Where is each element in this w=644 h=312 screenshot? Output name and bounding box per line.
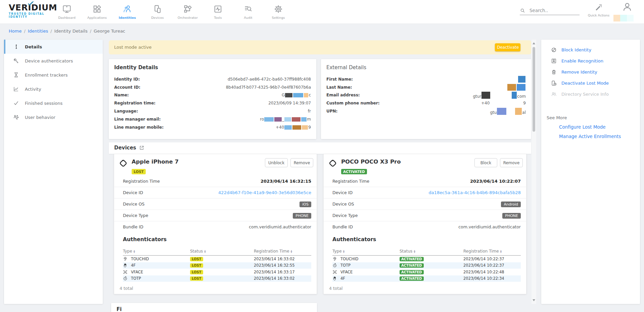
bundle-id-value: com.veridiumid.authenticator	[458, 224, 521, 229]
unblock-device-button[interactable]: Unblock	[265, 158, 288, 167]
identity-row: Identity ID:d506ebd7-ae86-472c-ba60-37ff…	[109, 75, 316, 83]
tab-finished-sessions[interactable]: Finished sessions	[4, 96, 103, 110]
external-row: UPN:gtual	[321, 107, 531, 115]
scrollbar-thumb[interactable]	[533, 47, 535, 132]
device-diamond-icon	[328, 158, 338, 168]
quick-actions-button[interactable]: Quick Actions	[588, 3, 609, 17]
column-header-status[interactable]: Status▲▼	[190, 249, 254, 254]
external-row: Last Name:	[321, 83, 531, 91]
sort-icon: ▲▼	[343, 250, 345, 253]
search-input[interactable]	[529, 7, 574, 13]
tab-user-behavior[interactable]: User behavior	[4, 110, 103, 124]
nav-item-settings[interactable]: Settings	[263, 0, 293, 24]
remove-device-button[interactable]: Remove	[500, 158, 523, 167]
device-registration-time: 2023/06/14 16:32:15	[261, 179, 311, 184]
auth-status-badge: ACTIVATED	[400, 276, 424, 281]
devices-heading: Devices	[114, 145, 136, 151]
enable-recognition-action[interactable]: Enable Recognition	[541, 55, 640, 66]
device-field-row: Device TypePHONE	[114, 210, 317, 221]
external-link-icon[interactable]	[139, 145, 144, 150]
account-id-value: 8b40ad7f-b077-4325-96b7-0e4f87607b6a	[226, 85, 311, 90]
nav-item-tools[interactable]: Tools	[203, 0, 233, 24]
name-value-redacted: Gc	[282, 93, 311, 97]
external-details-title: External Details	[321, 59, 531, 73]
identity-row: Account ID:8b40ad7f-b077-4325-96b7-0e4f8…	[109, 83, 316, 91]
column-header-registration-time[interactable]: Registration Time▲▼	[463, 249, 502, 254]
redaction-block	[284, 125, 292, 130]
info-icon	[13, 44, 19, 50]
redaction-block	[507, 84, 516, 91]
column-header-status[interactable]: Status▲▼	[400, 249, 463, 254]
breadcrumb-identities[interactable]: Identities	[28, 29, 48, 34]
nav-item-orchestrator[interactable]: Orchestrator	[173, 0, 203, 24]
device-status-badge: ACTIVATED	[341, 169, 367, 174]
lost-mode-banner: Lost mode active Deactivate	[109, 40, 531, 54]
redaction-block	[292, 117, 301, 122]
authenticator-row: 4F LOST 2023/06/14 16:32:55	[123, 262, 311, 269]
redaction-block	[264, 117, 274, 122]
next-section-card-partial: Fi	[111, 303, 317, 312]
search-icon[interactable]	[520, 8, 525, 13]
deactivate-lost-mode-button[interactable]: Deactivate	[495, 43, 520, 51]
remove-identity-action[interactable]: Remove Identity	[541, 66, 640, 78]
fingerprint-icon	[123, 257, 128, 261]
totp-icon	[332, 263, 337, 268]
block-icon	[551, 47, 557, 53]
manage-active-enrollments-link[interactable]: Manage Active Enrollments	[541, 130, 640, 139]
tab-details[interactable]: Details	[4, 40, 103, 54]
main-scrollbar[interactable]	[532, 40, 536, 304]
device-id-link[interactable]: da18ec5a-361a-4c16-b4b6-894cbafa5b28	[429, 190, 521, 195]
tab-device-authenticators[interactable]: Device authenticators	[4, 54, 103, 68]
device-name: Apple iPhone 7	[132, 159, 179, 165]
authenticators-table: Type▲▼ Status▲▼ Registration Time▲▼ TOUC…	[332, 247, 521, 282]
identity-row: Registration time:2023/06/09 14:39:07	[109, 99, 316, 107]
line-manager-mobile-redacted: +409	[276, 125, 311, 130]
tab-enrollment-trackers[interactable]: Enrollment trackers	[4, 68, 103, 82]
nav-item-identities[interactable]: Identities	[112, 0, 142, 24]
device-field-row: Device IDda18ec5a-361a-4c16-b4b6-894cbaf…	[324, 187, 526, 198]
first-name-redacted	[518, 76, 526, 83]
redaction-block	[627, 15, 634, 21]
breadcrumb-separator: /	[90, 29, 91, 34]
block-identity-action[interactable]: Block Identity	[541, 44, 640, 55]
breadcrumb: Home/Identities/Identity Details/George …	[9, 29, 125, 34]
nav-item-devices[interactable]: Devices	[142, 0, 173, 24]
sort-icon: ▲▼	[291, 250, 292, 253]
device-field-row: Bundle IDcom.veridiumid.authenticator	[324, 221, 526, 232]
device-os-badge: Android	[501, 202, 521, 207]
configure-lost-mode-link[interactable]: Configure Lost Mode	[541, 120, 640, 130]
nav-item-audit[interactable]: Audit	[233, 0, 263, 24]
auth-status-badge: LOST	[190, 270, 203, 274]
remove-device-button[interactable]: Remove	[290, 158, 313, 167]
device-id-link[interactable]: 422d4b67-f10e-41a9-9e40-3e56d036e5ce	[218, 190, 311, 195]
column-header-type[interactable]: Type▲▼	[123, 249, 190, 254]
scroll-up-button[interactable]	[533, 42, 535, 44]
devices-icon	[153, 4, 162, 14]
hand-icon	[123, 263, 128, 268]
device-field-row: Device OSiOS	[114, 198, 317, 210]
scroll-down-button[interactable]	[533, 299, 535, 301]
auth-status-badge: ACTIVATED	[400, 270, 424, 274]
device-field-row: Bundle IDcom.veridiumid.authenticator	[114, 221, 317, 232]
tab-activity[interactable]: Activity	[4, 82, 103, 96]
fingerprint-icon	[332, 257, 337, 261]
column-header-registration-time[interactable]: Registration Time▲▼	[254, 249, 292, 254]
orchestrator-icon	[183, 4, 192, 14]
block-device-button[interactable]: Block	[474, 158, 497, 167]
deactivate-lost-mode-action[interactable]: Deactivate Lost Mode	[541, 78, 640, 89]
tools-icon	[213, 4, 223, 14]
device-type-badge: PHONE	[293, 213, 311, 219]
redaction-block	[613, 15, 620, 21]
identity-row: Name:Gc	[109, 91, 316, 99]
lost-mode-banner-text: Lost mode active	[114, 45, 151, 50]
logo-checkmark-icon	[27, 1, 35, 8]
authenticators-heading: Authenticators	[114, 232, 317, 242]
authenticators-total: 4 total	[114, 282, 317, 291]
global-search	[520, 7, 580, 15]
breadcrumb-home[interactable]: Home	[9, 29, 21, 34]
column-header-type[interactable]: Type▲▼	[332, 249, 400, 254]
nav-item-applications[interactable]: Applications	[82, 0, 112, 24]
nav-item-dashboard[interactable]: Dashboard	[52, 0, 82, 24]
activity-chart-icon	[13, 86, 19, 92]
user-avatar-button[interactable]	[621, 2, 633, 12]
